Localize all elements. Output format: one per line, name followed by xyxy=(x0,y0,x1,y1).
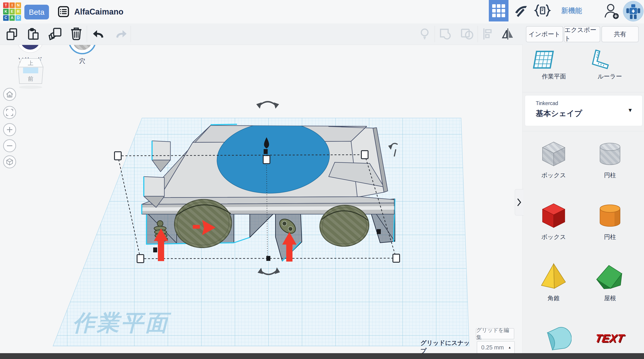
add-user-icon[interactable] xyxy=(603,3,620,20)
sidebar-ruler-tool[interactable]: ルーラー xyxy=(588,50,632,80)
shape-tile-label: 円柱 xyxy=(586,171,634,179)
logo-tile: E xyxy=(10,9,15,14)
shape-tile-label: 角錐 xyxy=(530,294,577,302)
minecraft-pickaxe-icon[interactable] xyxy=(513,3,528,18)
shape-library-dropdown[interactable]: Tinkercad 基本シェイプ ▼ xyxy=(525,95,642,126)
logo-tile: T xyxy=(3,2,9,8)
shape-tile-label: 円柱 xyxy=(586,233,634,241)
sidebar-divider xyxy=(522,131,644,131)
snap-to-grid-label: グリッドにスナップ xyxy=(420,341,474,353)
perspective-toggle-button[interactable] xyxy=(3,155,16,168)
rotate-handle-top[interactable] xyxy=(256,102,279,109)
beta-button[interactable]: Beta xyxy=(24,5,49,20)
shapes-sidebar: 作業平面 ルーラー Tinkercad 基本シェイプ ▼ ボックス xyxy=(522,45,644,353)
chevron-down-icon: ▼ xyxy=(628,107,633,113)
shape-tile-pyramid[interactable]: 角錐 xyxy=(530,260,577,302)
snap-grid-value: 0.25 mm xyxy=(481,342,504,353)
align-button[interactable] xyxy=(481,27,495,41)
shape-tile-roof[interactable]: 屋根 xyxy=(586,260,634,302)
avatar[interactable] xyxy=(623,1,644,22)
design-menu-icon[interactable] xyxy=(58,6,69,18)
tinkercad-app: 作業平面 xyxy=(0,0,644,359)
sidebar-divider xyxy=(522,92,644,92)
mirror-button[interactable] xyxy=(501,27,515,41)
codeblocks-icon[interactable] xyxy=(534,3,551,18)
group-button[interactable] xyxy=(438,27,452,41)
red-dash xyxy=(193,225,200,229)
bottom-edge-bar xyxy=(0,353,644,359)
app-header: T I N K E R C A D Beta AlfaCaimano xyxy=(0,0,644,24)
library-brand: Tinkercad xyxy=(536,100,558,106)
new-features-link[interactable]: 新機能 xyxy=(561,0,582,22)
tinkercad-logo[interactable]: T I N K E R C A D xyxy=(3,2,21,21)
logo-tile: K xyxy=(3,9,9,14)
logo-tile: C xyxy=(3,15,9,21)
chevron-up-icon: ▲ xyxy=(508,342,511,353)
shape-tile-label: ボックス xyxy=(530,171,577,179)
shape-tile-hole-cylinder[interactable]: 円柱 xyxy=(586,137,634,179)
shape-tile-orange-cylinder[interactable]: 円柱 xyxy=(586,198,634,241)
view-cube-top-label: 上 xyxy=(17,60,44,67)
share-button[interactable]: 共有 xyxy=(602,26,639,42)
zoom-in-button[interactable] xyxy=(3,123,16,136)
view-cube[interactable]: 上 前 xyxy=(17,56,44,89)
ungroup-button[interactable] xyxy=(460,27,474,41)
toolbar-divider xyxy=(435,26,435,42)
workplane-watermark: 作業平面 xyxy=(71,310,174,335)
toolbar-divider xyxy=(87,26,87,42)
logo-tile: I xyxy=(10,2,15,8)
delete-button[interactable] xyxy=(69,27,83,41)
logo-tile: N xyxy=(16,2,21,8)
grid-icon xyxy=(492,4,505,17)
ruler-tool-label: ルーラー xyxy=(588,72,632,80)
shape-tile-hole-box[interactable]: ボックス xyxy=(530,137,577,179)
sidebar-collapse-tab[interactable] xyxy=(515,189,524,216)
copy-button[interactable] xyxy=(5,27,19,41)
hide-lightbulb-button[interactable] xyxy=(418,27,432,41)
duplicate-button[interactable] xyxy=(48,27,61,41)
logo-tile: D xyxy=(16,15,21,21)
export-button[interactable]: エクスポート xyxy=(564,26,600,42)
zoom-out-button[interactable] xyxy=(3,139,16,152)
edit-grid-button[interactable]: グリッドを編集 xyxy=(476,328,514,339)
workplane-tool-label: 作業平面 xyxy=(532,72,576,80)
edit-toolbar: インポート エクスポート 共有 xyxy=(0,24,644,45)
logo-tile: R xyxy=(16,9,21,14)
view-cube-front-label: 前 xyxy=(17,75,44,82)
undo-button[interactable] xyxy=(92,27,106,41)
snap-grid-select[interactable]: 0.25 mm ▲ xyxy=(477,341,515,354)
sidebar-workplane-tool[interactable]: 作業平面 xyxy=(532,50,576,80)
design-title[interactable]: AlfaCaimano xyxy=(74,0,124,24)
text-shape-glyph: TEXT xyxy=(594,332,626,344)
fit-view-button[interactable] xyxy=(3,106,16,119)
paste-button[interactable] xyxy=(26,27,40,41)
dashboard-grid-button[interactable] xyxy=(489,0,508,22)
logo-tile: A xyxy=(10,15,15,21)
shape-tile-red-box[interactable]: ボックス xyxy=(530,198,577,241)
library-name: 基本シェイプ xyxy=(536,108,582,119)
toolbar-divider xyxy=(130,26,131,42)
redo-button[interactable] xyxy=(114,27,128,41)
import-button[interactable]: インポート xyxy=(526,26,563,42)
home-view-button[interactable] xyxy=(3,88,16,101)
shape-tile-label: 屋根 xyxy=(586,294,634,302)
shape-tile-label: ボックス xyxy=(530,233,577,241)
